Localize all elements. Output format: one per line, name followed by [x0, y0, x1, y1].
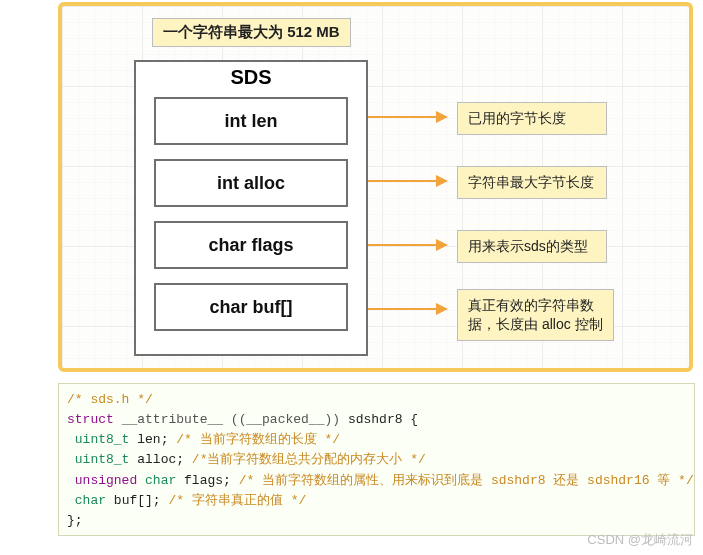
field-len: int len: [154, 97, 348, 145]
code-line-3: uint8_t len; /* 当前字符数组的长度 */: [67, 430, 686, 450]
arrow-alloc: [368, 180, 446, 182]
arrow-flags: [368, 244, 446, 246]
field-buf: char buf[]: [154, 283, 348, 331]
code-line-7: };: [67, 511, 686, 531]
code-line-1: /* sds.h */: [67, 390, 686, 410]
field-flags: char flags: [154, 221, 348, 269]
watermark: CSDN @龙崎流河: [587, 531, 693, 549]
header-note: 一个字符串最大为 512 MB: [152, 18, 351, 47]
sds-struct-box: SDS int len int alloc char flags char bu…: [134, 60, 368, 356]
annotation-len: 已用的字节长度: [457, 102, 607, 135]
field-alloc: int alloc: [154, 159, 348, 207]
code-line-5: unsigned char flags; /* 当前字符数组的属性、用来标识到底…: [67, 471, 686, 491]
code-line-4: uint8_t alloc; /*当前字符数组总共分配的内存大小 */: [67, 450, 686, 470]
code-line-2: struct __attribute__ ((__packed__)) sdsh…: [67, 410, 686, 430]
annotation-alloc: 字符串最大字节长度: [457, 166, 607, 199]
arrow-buf: [368, 308, 446, 310]
sds-diagram: 一个字符串最大为 512 MB SDS int len int alloc ch…: [58, 2, 693, 372]
arrow-len: [368, 116, 446, 118]
code-block: /* sds.h */ struct __attribute__ ((__pac…: [58, 383, 695, 536]
code-line-6: char buf[]; /* 字符串真正的值 */: [67, 491, 686, 511]
sds-title: SDS: [136, 62, 366, 97]
annotation-buf: 真正有效的字符串数 据，长度由 alloc 控制: [457, 289, 614, 341]
annotation-flags: 用来表示sds的类型: [457, 230, 607, 263]
